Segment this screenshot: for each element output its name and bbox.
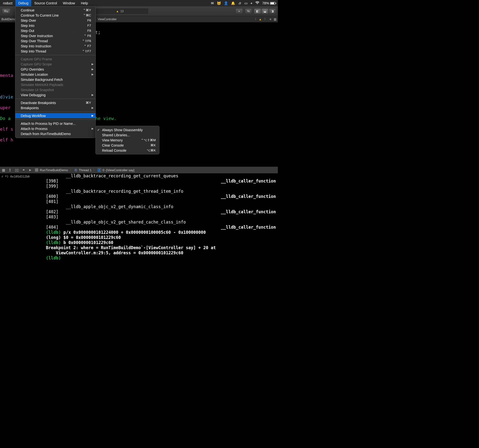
- code-line: d): [0, 94, 5, 99]
- view-hierarchy-icon[interactable]: ▯▯: [15, 168, 19, 172]
- debug-console[interactable]: __lldb_backtrace_recording_get_current_q…: [44, 173, 278, 260]
- menu-separator: [15, 112, 95, 112]
- code-review-button[interactable]: ⇆: [245, 8, 252, 14]
- menu-item-attach-to-process[interactable]: Attach to Process▶: [15, 126, 95, 131]
- menu-item-step-into-instruction[interactable]: Step Into Instruction⌃ F7: [15, 43, 95, 49]
- menu-help[interactable]: Help: [78, 0, 91, 6]
- activity-viewer[interactable]: ▲ 13: [91, 8, 149, 14]
- wifi-icon[interactable]: [255, 1, 259, 5]
- menu-item-debug-workflow[interactable]: Debug Workflow▶: [15, 113, 95, 118]
- run-button[interactable]: Ru: [2, 8, 10, 14]
- frame-icon: 👤: [98, 168, 101, 172]
- wechat-icon[interactable]: ✉︎: [211, 1, 214, 5]
- menu-item-step-into[interactable]: Step IntoF7: [15, 23, 95, 28]
- show-bottom-panel-button[interactable]: ⬓: [261, 8, 269, 14]
- hide-debug-area-icon[interactable]: ▦: [2, 168, 5, 172]
- bell-icon[interactable]: 🔔: [231, 1, 235, 5]
- menu-product[interactable]: roduct: [0, 0, 15, 6]
- variables-view[interactable]: r *) 0x105d312b0: [0, 173, 44, 260]
- menu-item-simulate-background-fetch[interactable]: Simulate Background Fetch: [15, 77, 95, 82]
- console-line: [398]__lldb_caller_function: [46, 179, 276, 184]
- editor-layout-segment: ◧ ⬓ ◨: [254, 8, 276, 14]
- menu-item-attach-to-process-by-pid-or-name-[interactable]: Attach to Process by PID or Name...: [15, 121, 95, 126]
- console-text-right: __lldb_caller_function: [221, 209, 276, 214]
- related-items-icon[interactable]: ≡: [270, 18, 271, 21]
- submenu-arrow-icon: ▶: [92, 68, 94, 71]
- menu-item-capture-gpu-frame: Capture GPU Frame: [15, 56, 95, 62]
- menu-item-deactivate-breakpoints[interactable]: Deactivate Breakpoints⌘Y: [15, 100, 95, 105]
- menu-item-step-over-instruction[interactable]: Step Over Instruction⌃ F6: [15, 33, 95, 38]
- location-icon[interactable]: ➤: [29, 168, 31, 172]
- console-text: __lldb_apple_objc_v2_get_dynamic_class_i…: [46, 204, 173, 209]
- submenu-item-clear-console[interactable]: Clear Console⌘K: [96, 143, 159, 148]
- menu-item-view-debugging[interactable]: View Debugging▶: [15, 92, 95, 97]
- menu-shortcut: ⌃⇧F6: [82, 39, 91, 43]
- nav-forward-icon[interactable]: 〉: [264, 17, 267, 21]
- menu-window[interactable]: Window: [60, 0, 78, 6]
- console-text: Breakpoint 2: where = RunTimeBuildDemo`-…: [46, 245, 216, 250]
- menu-shortcut: ⌃ F6: [84, 34, 91, 38]
- breadcrumb-app: RunTimeBuildDemo: [40, 168, 68, 172]
- menu-item-label: Simulate UI Snapshot: [21, 88, 54, 92]
- menu-item-step-into-thread[interactable]: Step Into Thread⌃⇧F7: [15, 49, 95, 54]
- debug-breadcrumb[interactable]: RunTimeBuildDemo 〉 ⦿ Thread 1 〉 👤 0 -[Vi…: [35, 168, 134, 172]
- console-line: __lldb_backtrace_recording_get_current_q…: [46, 173, 276, 179]
- submenu-item-label: Shared Libraries...: [102, 133, 130, 137]
- jump-path[interactable]: ViewController: [98, 18, 117, 21]
- menu-shortcut: ⌃⌘Y: [83, 8, 91, 12]
- show-left-panel-button[interactable]: ◧: [254, 8, 261, 14]
- menu-item-step-out[interactable]: Step OutF8: [15, 28, 95, 33]
- battery-status[interactable]: 78%: [262, 1, 275, 5]
- bluetooth-icon[interactable]: ⌖: [250, 1, 252, 5]
- menu-item-step-over[interactable]: Step OverF6: [15, 18, 95, 23]
- step-out-icon[interactable]: ↥: [9, 168, 11, 172]
- submenu-arrow-icon: ▶: [92, 73, 94, 76]
- user-icon[interactable]: 👤: [224, 1, 228, 5]
- variable-row[interactable]: r *) 0x105d312b0: [1, 175, 42, 178]
- submenu-item-always-show-disassembly[interactable]: ✓Always Show Disassembly: [96, 127, 159, 132]
- menu-item-continue-to-current-line[interactable]: Continue To Current Line⌃⌘C: [15, 13, 95, 18]
- battery-percent: 78%: [262, 1, 269, 5]
- menu-item-breakpoints[interactable]: Breakpoints▶: [15, 105, 95, 110]
- submenu-item-shared-libraries-[interactable]: Shared Libraries...: [96, 132, 159, 138]
- console-text: __lldb_apple_objc_v2_get_shared_cache_cl…: [46, 220, 186, 224]
- menu-source-control[interactable]: Source Control: [31, 0, 60, 6]
- console-text: [403]: [46, 214, 58, 219]
- tab-title[interactable]: BuildDemo: [1, 18, 16, 21]
- add-button[interactable]: ＋: [235, 8, 243, 14]
- debug-menu-dropdown: Continue⌃⌘YContinue To Current Line⌃⌘CSt…: [15, 6, 96, 138]
- memory-graph-icon[interactable]: ⚭: [22, 168, 25, 172]
- issue-warning-icon[interactable]: ▲: [259, 18, 262, 21]
- display-icon[interactable]: ▭: [244, 1, 248, 5]
- menu-item-gpu-overrides[interactable]: GPU Overrides▶: [15, 67, 95, 72]
- submenu-item-reload-console[interactable]: Reload Console⌥⌘K: [96, 148, 159, 153]
- debug-workflow-submenu: ✓Always Show DisassemblyShared Libraries…: [95, 126, 159, 154]
- console-command: p/x 0x0000000101224000 + 0x0000000100005…: [63, 230, 206, 235]
- menu-item-label: Debug Workflow: [21, 114, 46, 118]
- console-text: __lldb_backtrace_recording_get_current_q…: [46, 173, 178, 178]
- console-text-right: __lldb_caller_function: [221, 225, 276, 230]
- submenu-item-view-memory[interactable]: View Memory⌃⌥⇧⌘M: [96, 138, 159, 143]
- menu-item-simulate-metrickit-payloads: Simulate MetricKit Payloads: [15, 82, 95, 87]
- cloud-icon[interactable]: ⛅︎: [238, 1, 241, 5]
- menu-item-continue[interactable]: Continue⌃⌘Y: [15, 8, 95, 13]
- submenu-item-label: View Memory: [102, 138, 123, 142]
- console-line: [400]__lldb_caller_function: [46, 194, 276, 199]
- cat-icon[interactable]: 🐱: [217, 1, 221, 5]
- menu-shortcut: ⌃⌥⇧⌘M: [141, 138, 156, 142]
- nav-back-icon[interactable]: 〈: [253, 17, 256, 21]
- lldb-prompt: (lldb): [46, 230, 63, 235]
- menu-debug[interactable]: Debug: [15, 0, 31, 6]
- menu-item-detach-from-runtimebuilddemo[interactable]: Detach from RunTimeBuildDemo: [15, 131, 95, 136]
- menu-item-step-over-thread[interactable]: Step Over Thread⌃⇧F6: [15, 38, 95, 43]
- console-line: (lldb) b 0x0000000101229c60: [46, 240, 276, 245]
- menu-item-simulate-location[interactable]: Simulate Location▶: [15, 72, 95, 77]
- adjust-editor-icon[interactable]: ▥: [274, 18, 276, 21]
- menu-item-label: Continue: [21, 8, 34, 12]
- show-right-panel-button[interactable]: ◨: [269, 8, 276, 14]
- menu-item-capture-gpu-scope: Capture GPU Scope▶: [15, 62, 95, 67]
- menu-item-label: GPU Overrides: [21, 67, 44, 71]
- menu-item-label: Step Over Instruction: [21, 34, 53, 38]
- console-text: ViewController.m:29:5, address = 0x00000…: [46, 250, 183, 255]
- check-icon: ✓: [97, 128, 100, 132]
